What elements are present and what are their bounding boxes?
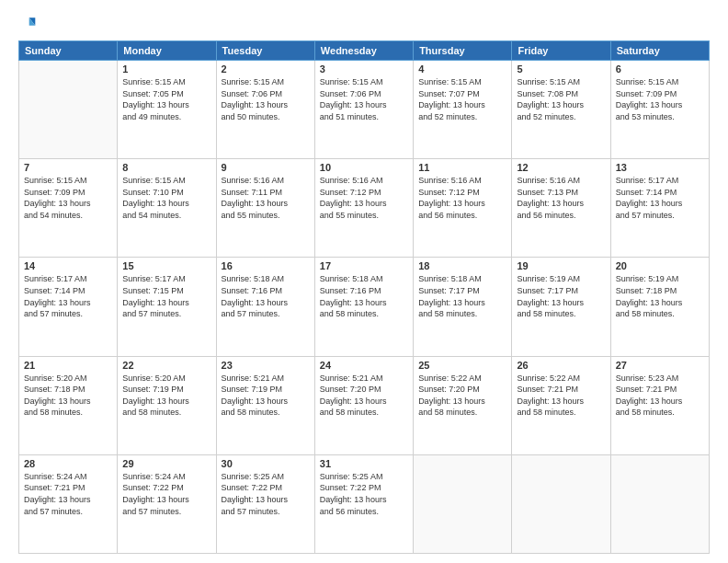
calendar-cell: 2Sunrise: 5:15 AM Sunset: 7:06 PM Daylig… xyxy=(216,61,314,159)
day-info: Sunrise: 5:16 AM Sunset: 7:12 PM Dayligh… xyxy=(320,175,408,221)
day-number: 12 xyxy=(517,162,605,173)
day-info: Sunrise: 5:16 AM Sunset: 7:11 PM Dayligh… xyxy=(222,175,310,221)
weekday-header: Thursday xyxy=(414,41,512,61)
weekday-header: Wednesday xyxy=(314,41,413,61)
day-number: 14 xyxy=(24,260,112,271)
calendar-cell: 1Sunrise: 5:15 AM Sunset: 7:05 PM Daylig… xyxy=(118,61,216,159)
day-number: 30 xyxy=(222,458,310,469)
day-number: 24 xyxy=(320,360,408,371)
day-info: Sunrise: 5:22 AM Sunset: 7:20 PM Dayligh… xyxy=(418,373,506,419)
day-number: 23 xyxy=(222,360,310,371)
calendar-cell: 8Sunrise: 5:15 AM Sunset: 7:10 PM Daylig… xyxy=(118,159,216,258)
day-info: Sunrise: 5:23 AM Sunset: 7:21 PM Dayligh… xyxy=(616,373,704,419)
day-info: Sunrise: 5:15 AM Sunset: 7:08 PM Dayligh… xyxy=(517,76,605,122)
day-number: 17 xyxy=(320,260,408,271)
day-number: 10 xyxy=(320,162,408,173)
day-info: Sunrise: 5:19 AM Sunset: 7:18 PM Dayligh… xyxy=(616,273,704,319)
calendar-cell: 13Sunrise: 5:17 AM Sunset: 7:14 PM Dayli… xyxy=(610,159,709,258)
calendar-cell: 5Sunrise: 5:15 AM Sunset: 7:08 PM Daylig… xyxy=(512,61,610,159)
day-number: 4 xyxy=(418,63,506,75)
header xyxy=(18,15,710,33)
calendar-week-row: 14Sunrise: 5:17 AM Sunset: 7:14 PM Dayli… xyxy=(19,258,710,356)
weekday-header: Sunday xyxy=(19,41,118,61)
day-info: Sunrise: 5:17 AM Sunset: 7:14 PM Dayligh… xyxy=(616,175,704,221)
day-number: 20 xyxy=(616,260,704,271)
weekday-header: Friday xyxy=(512,41,610,61)
day-number: 15 xyxy=(122,260,210,271)
calendar-cell: 30Sunrise: 5:25 AM Sunset: 7:22 PM Dayli… xyxy=(216,454,314,553)
day-info: Sunrise: 5:15 AM Sunset: 7:05 PM Dayligh… xyxy=(122,76,210,122)
calendar-cell: 28Sunrise: 5:24 AM Sunset: 7:21 PM Dayli… xyxy=(19,454,118,553)
day-number: 29 xyxy=(122,458,210,469)
day-number: 11 xyxy=(418,162,506,173)
calendar-cell: 16Sunrise: 5:18 AM Sunset: 7:16 PM Dayli… xyxy=(216,258,314,356)
day-info: Sunrise: 5:15 AM Sunset: 7:06 PM Dayligh… xyxy=(222,76,310,122)
calendar-cell: 10Sunrise: 5:16 AM Sunset: 7:12 PM Dayli… xyxy=(314,159,413,258)
day-number: 19 xyxy=(517,260,605,271)
day-info: Sunrise: 5:15 AM Sunset: 7:09 PM Dayligh… xyxy=(24,175,112,221)
day-number: 25 xyxy=(418,360,506,371)
logo-icon xyxy=(18,15,37,33)
calendar-cell: 29Sunrise: 5:24 AM Sunset: 7:22 PM Dayli… xyxy=(118,454,216,553)
weekday-header: Saturday xyxy=(610,41,709,61)
day-info: Sunrise: 5:22 AM Sunset: 7:21 PM Dayligh… xyxy=(517,373,605,419)
calendar-cell: 24Sunrise: 5:21 AM Sunset: 7:20 PM Dayli… xyxy=(314,356,413,454)
day-number: 6 xyxy=(616,63,704,75)
calendar-cell: 19Sunrise: 5:19 AM Sunset: 7:17 PM Dayli… xyxy=(512,258,610,356)
calendar-week-row: 1Sunrise: 5:15 AM Sunset: 7:05 PM Daylig… xyxy=(19,61,710,159)
day-info: Sunrise: 5:24 AM Sunset: 7:21 PM Dayligh… xyxy=(24,471,112,517)
calendar-week-row: 21Sunrise: 5:20 AM Sunset: 7:18 PM Dayli… xyxy=(19,356,710,454)
day-number: 16 xyxy=(222,260,310,271)
calendar-cell: 31Sunrise: 5:25 AM Sunset: 7:22 PM Dayli… xyxy=(314,454,413,553)
day-number: 27 xyxy=(616,360,704,371)
day-number: 9 xyxy=(222,162,310,173)
day-number: 21 xyxy=(24,360,112,371)
day-number: 28 xyxy=(24,458,112,469)
day-info: Sunrise: 5:15 AM Sunset: 7:09 PM Dayligh… xyxy=(616,76,704,122)
calendar-cell: 26Sunrise: 5:22 AM Sunset: 7:21 PM Dayli… xyxy=(512,356,610,454)
day-number: 22 xyxy=(122,360,210,371)
calendar-cell: 18Sunrise: 5:18 AM Sunset: 7:17 PM Dayli… xyxy=(414,258,512,356)
calendar-cell: 9Sunrise: 5:16 AM Sunset: 7:11 PM Daylig… xyxy=(216,159,314,258)
day-info: Sunrise: 5:20 AM Sunset: 7:19 PM Dayligh… xyxy=(122,373,210,419)
calendar-cell xyxy=(414,454,512,553)
calendar-cell: 21Sunrise: 5:20 AM Sunset: 7:18 PM Dayli… xyxy=(19,356,118,454)
day-number: 26 xyxy=(517,360,605,371)
calendar-cell: 12Sunrise: 5:16 AM Sunset: 7:13 PM Dayli… xyxy=(512,159,610,258)
day-info: Sunrise: 5:25 AM Sunset: 7:22 PM Dayligh… xyxy=(222,471,310,517)
day-info: Sunrise: 5:24 AM Sunset: 7:22 PM Dayligh… xyxy=(122,471,210,517)
calendar-cell: 17Sunrise: 5:18 AM Sunset: 7:16 PM Dayli… xyxy=(314,258,413,356)
day-number: 7 xyxy=(24,162,112,173)
day-info: Sunrise: 5:25 AM Sunset: 7:22 PM Dayligh… xyxy=(320,471,408,517)
weekday-header-row: SundayMondayTuesdayWednesdayThursdayFrid… xyxy=(19,41,710,61)
day-info: Sunrise: 5:21 AM Sunset: 7:20 PM Dayligh… xyxy=(320,373,408,419)
day-info: Sunrise: 5:18 AM Sunset: 7:16 PM Dayligh… xyxy=(320,273,408,319)
day-number: 3 xyxy=(320,63,408,75)
calendar-cell: 23Sunrise: 5:21 AM Sunset: 7:19 PM Dayli… xyxy=(216,356,314,454)
day-number: 13 xyxy=(616,162,704,173)
day-number: 1 xyxy=(122,63,210,75)
calendar-cell: 20Sunrise: 5:19 AM Sunset: 7:18 PM Dayli… xyxy=(610,258,709,356)
day-info: Sunrise: 5:16 AM Sunset: 7:13 PM Dayligh… xyxy=(517,175,605,221)
weekday-header: Monday xyxy=(118,41,216,61)
day-info: Sunrise: 5:15 AM Sunset: 7:10 PM Dayligh… xyxy=(122,175,210,221)
day-number: 18 xyxy=(418,260,506,271)
calendar-cell xyxy=(610,454,709,553)
calendar-cell: 11Sunrise: 5:16 AM Sunset: 7:12 PM Dayli… xyxy=(414,159,512,258)
calendar-cell: 22Sunrise: 5:20 AM Sunset: 7:19 PM Dayli… xyxy=(118,356,216,454)
calendar-cell: 6Sunrise: 5:15 AM Sunset: 7:09 PM Daylig… xyxy=(610,61,709,159)
day-info: Sunrise: 5:19 AM Sunset: 7:17 PM Dayligh… xyxy=(517,273,605,319)
calendar-cell xyxy=(512,454,610,553)
day-info: Sunrise: 5:16 AM Sunset: 7:12 PM Dayligh… xyxy=(418,175,506,221)
calendar-week-row: 7Sunrise: 5:15 AM Sunset: 7:09 PM Daylig… xyxy=(19,159,710,258)
calendar-cell: 15Sunrise: 5:17 AM Sunset: 7:15 PM Dayli… xyxy=(118,258,216,356)
day-number: 2 xyxy=(222,63,310,75)
calendar-cell xyxy=(19,61,118,159)
logo xyxy=(18,15,40,33)
day-info: Sunrise: 5:18 AM Sunset: 7:16 PM Dayligh… xyxy=(222,273,310,319)
calendar-cell: 3Sunrise: 5:15 AM Sunset: 7:06 PM Daylig… xyxy=(314,61,413,159)
calendar-cell: 14Sunrise: 5:17 AM Sunset: 7:14 PM Dayli… xyxy=(19,258,118,356)
calendar-cell: 4Sunrise: 5:15 AM Sunset: 7:07 PM Daylig… xyxy=(414,61,512,159)
calendar-cell: 7Sunrise: 5:15 AM Sunset: 7:09 PM Daylig… xyxy=(19,159,118,258)
day-info: Sunrise: 5:15 AM Sunset: 7:06 PM Dayligh… xyxy=(320,76,408,122)
